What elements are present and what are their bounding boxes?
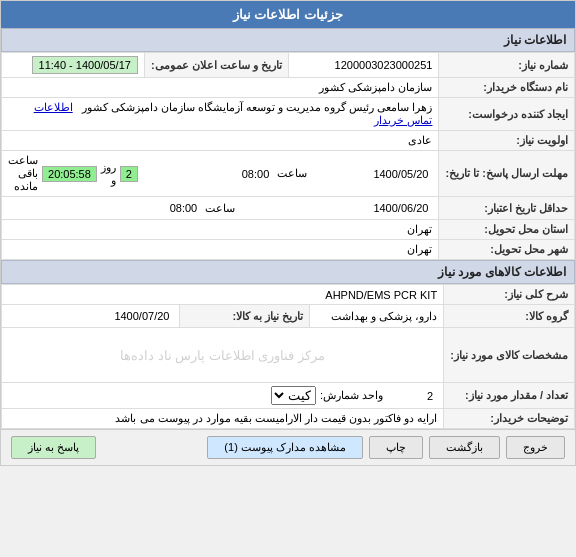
request-label: ایجاد کننده درخواست: (439, 98, 575, 131)
table-row: مشخصات کالای مورد نیاز: مرکز فناوری اطلا… (2, 328, 575, 383)
table-row: اولویت نیاز: عادی (2, 131, 575, 151)
table-row: توضیحات خریدار: ارایه دو فاکتور بدون قیم… (2, 409, 575, 429)
group-value: دارو، پزشکی و بهداشت (310, 305, 444, 328)
send-from-date[interactable] (311, 166, 432, 182)
priority-label: اولویت نیاز: (439, 131, 575, 151)
send-from-time[interactable] (152, 166, 273, 182)
price-from-time[interactable] (8, 200, 201, 216)
info-table: شماره نیاز: 1200003023000251 تاریخ و ساع… (1, 52, 575, 260)
expiry-value (2, 305, 180, 328)
reply-button[interactable]: پاسخ به نیاز (11, 436, 96, 459)
province-label: استان محل تحویل: (439, 220, 575, 240)
main-container: جزئیات اطلاعات نیاز اطلاعات نیاز شماره ن… (0, 0, 576, 466)
group-label: گروه کالا: (444, 305, 575, 328)
goods-section-header: اطلاعات کالاهای مورد نیاز (1, 260, 575, 284)
table-row: استان محل تحویل: تهران (2, 220, 575, 240)
send-from-label: مهلت ارسال پاسخ: تا تاریخ: (439, 151, 575, 197)
print-button[interactable]: چاپ (369, 436, 423, 459)
remaining-time: 20:05:58 (42, 166, 97, 182)
table-row: گروه کالا: دارو، پزشکی و بهداشت تاریخ نی… (2, 305, 575, 328)
price-from-value: ساعت (2, 197, 439, 220)
price-from-date[interactable] (239, 200, 432, 216)
city-label: شهر محل تحویل: (439, 240, 575, 260)
table-row: تعداد / مقدار مورد نیاز: واحد شمارش: کیت (2, 383, 575, 409)
remaining-days: 2 (120, 166, 138, 182)
city-value: تهران (2, 240, 439, 260)
view-docs-button[interactable]: مشاهده مدارک پیوست (1) (207, 436, 363, 459)
exit-button[interactable]: خروج (506, 436, 565, 459)
expiry-date-input[interactable] (8, 308, 173, 324)
date-label: تاریخ و ساعت اعلان عمومی: (144, 53, 288, 78)
expiry-label: تاریخ نیاز به کالا: (180, 305, 310, 328)
count-value: واحد شمارش: کیت (2, 383, 444, 409)
item-type-value: AHPND/EMS PCR KIT (2, 285, 444, 305)
priority-value: عادی (2, 131, 439, 151)
buyer-label: نام دستگاه خریدار: (439, 78, 575, 98)
province-value: تهران (2, 220, 439, 240)
back-button[interactable]: بازگشت (429, 436, 500, 459)
count-label: تعداد / مقدار مورد نیاز: (444, 383, 575, 409)
order-number-label: شماره نیاز: (439, 53, 575, 78)
table-row: شماره نیاز: 1200003023000251 تاریخ و ساع… (2, 53, 575, 78)
goods-table: شرح کلی نیاز: AHPND/EMS PCR KIT گروه کال… (1, 284, 575, 429)
date-value: 1400/05/17 - 11:40 (2, 53, 145, 78)
specs-value: مرکز فناوری اطلاعات پارس ناد داده‌ها (2, 328, 444, 383)
price-from-label: حداقل تاریخ اعتبار: (439, 197, 575, 220)
request-value: زهرا سامعی رئیس گروه مدیریت و توسعه آزما… (2, 98, 439, 131)
footer-right-buttons: پاسخ به نیاز (11, 436, 96, 459)
footer: خروج بازگشت چاپ مشاهده مدارک پیوست (1) پ… (1, 429, 575, 465)
buyer-value: سازمان دامپزشکی کشور (2, 78, 439, 98)
unit-select[interactable]: کیت (271, 386, 316, 405)
table-row: ایجاد کننده درخواست: زهرا سامعی رئیس گرو… (2, 98, 575, 131)
table-row: حداقل تاریخ اعتبار: ساعت (2, 197, 575, 220)
order-number-value: 1200003023000251 (288, 53, 439, 78)
info-section-header: اطلاعات نیاز (1, 28, 575, 52)
footer-left-buttons: خروج بازگشت چاپ مشاهده مدارک پیوست (1) (207, 436, 565, 459)
table-row: شرح کلی نیاز: AHPND/EMS PCR KIT (2, 285, 575, 305)
desc-label: توضیحات خریدار: (444, 409, 575, 429)
page-header: جزئیات اطلاعات نیاز (1, 1, 575, 28)
table-row: شهر محل تحویل: تهران (2, 240, 575, 260)
count-input[interactable] (387, 388, 437, 404)
item-type-label: شرح کلی نیاز: (444, 285, 575, 305)
send-from-value: ساعت 2 روز و 20:05:58 ساعت باقی مانده (2, 151, 439, 197)
table-row: نام دستگاه خریدار: سازمان دامپزشکی کشور (2, 78, 575, 98)
specs-label: مشخصات کالای مورد نیاز: (444, 328, 575, 383)
watermark: مرکز فناوری اطلاعات پارس ناد داده‌ها (120, 348, 325, 363)
desc-value: ارایه دو فاکتور بدون قیمت دار الارامیست … (2, 409, 444, 429)
header-title: جزئیات اطلاعات نیاز (233, 7, 343, 22)
table-row: مهلت ارسال پاسخ: تا تاریخ: ساعت 2 روز و … (2, 151, 575, 197)
